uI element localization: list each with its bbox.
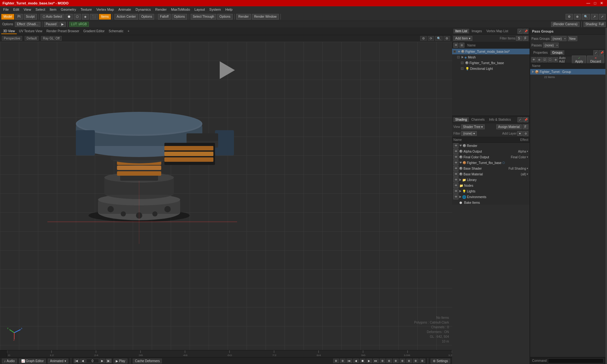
menu-maxtomodo[interactable]: MaxToModo bbox=[169, 7, 192, 12]
graph-editor-btn[interactable]: 📈 Graph Editor bbox=[19, 359, 46, 363]
play-button-overlay[interactable] bbox=[217, 61, 236, 80]
toolbar-icon-2[interactable]: ⬡ bbox=[74, 14, 81, 20]
menu-render[interactable]: Render bbox=[153, 7, 169, 12]
tab-uv[interactable]: UV Texture View bbox=[17, 29, 44, 34]
falloff-btn[interactable]: Falloff bbox=[158, 14, 171, 20]
add-layer-arrow-btn[interactable]: ▾ bbox=[517, 131, 523, 136]
shading-alpha-output[interactable]: 👁 Alpha Output Alpha ▾ bbox=[452, 149, 530, 154]
tab-info-stats[interactable]: Info & Statistics bbox=[487, 117, 513, 122]
shading-full-btn[interactable]: Shading: Full bbox=[584, 22, 606, 27]
groups-icon-1[interactable]: 👁 bbox=[531, 57, 536, 62]
shader-tree-dropdown[interactable]: Shader Tree ▾ bbox=[461, 124, 485, 129]
pass-groups-dropdown[interactable]: (none) bbox=[551, 36, 567, 41]
menu-animate[interactable]: Animate bbox=[116, 7, 133, 12]
passes-dropdown[interactable]: (none) bbox=[543, 43, 559, 48]
groups-icon-3[interactable]: ☑ bbox=[543, 57, 547, 62]
default-btn[interactable]: Default bbox=[25, 36, 39, 41]
toolbar-right-4[interactable]: ↗ bbox=[591, 14, 598, 20]
shading-final-color[interactable]: 👁 Final Color Output Final Color ▾ bbox=[452, 154, 530, 160]
action-center-btn[interactable]: Action Center bbox=[114, 14, 138, 20]
shading-vis-nodes[interactable]: 👁 bbox=[453, 183, 458, 188]
raygl-btn[interactable]: Ray GL: Off bbox=[41, 36, 62, 41]
tab-gradient[interactable]: Gradient Editor bbox=[82, 29, 107, 34]
discard-btn[interactable]: ✕ Discard bbox=[587, 56, 604, 64]
command-input[interactable] bbox=[548, 358, 604, 363]
groups-icon-4[interactable]: ☐ bbox=[548, 57, 553, 62]
transport-next[interactable]: ▶ bbox=[100, 359, 105, 363]
render-camera-btn[interactable]: (Render Camera) bbox=[551, 22, 579, 27]
render-window-btn[interactable]: Render Window bbox=[252, 14, 279, 20]
shading-expand-btn[interactable]: ⤢ bbox=[518, 117, 523, 122]
vp-settings-btn[interactable]: ⚙ bbox=[444, 36, 450, 41]
timeline-track[interactable]: 0 12 24 36 48 60 72 bbox=[7, 350, 452, 357]
toolbar-right-5[interactable]: ⤢ bbox=[599, 14, 606, 20]
bb-icon-13[interactable]: ⊕ bbox=[413, 359, 419, 363]
auto-select-btn[interactable]: ⬡ Auto Select bbox=[40, 14, 64, 20]
options1-btn[interactable]: Options bbox=[139, 14, 154, 20]
il-expand-btn[interactable]: ⤢ bbox=[518, 29, 523, 34]
mode-sculpt-btn[interactable]: Sculpt bbox=[24, 14, 37, 20]
bb-icon-4[interactable]: ◀ bbox=[353, 359, 359, 363]
tab-item-list[interactable]: Item List bbox=[453, 29, 469, 33]
group-fighter-turret[interactable]: 📦 Fighter_Turret : Group bbox=[530, 69, 605, 75]
toolbar-icon-1[interactable]: ⬢ bbox=[65, 14, 73, 20]
close-btn[interactable]: ✕ bbox=[599, 1, 604, 5]
item-fbx-base[interactable]: Fighter_Turret_fbx_base bbox=[452, 60, 530, 66]
menu-system[interactable]: System bbox=[207, 7, 223, 12]
menu-geometry[interactable]: Geometry bbox=[59, 7, 78, 12]
item-mesh[interactable]: ◈ Mesh bbox=[452, 54, 530, 60]
3d-viewport[interactable]: No Items Polygons : Catmull-Clark Channe… bbox=[0, 42, 452, 350]
groups-icon-2[interactable]: ⊕ bbox=[537, 57, 542, 62]
tab-images[interactable]: Images bbox=[470, 29, 484, 33]
menu-view[interactable]: View bbox=[22, 7, 33, 12]
il-vis-2[interactable]: ⊞ bbox=[459, 43, 464, 48]
bb-icon-14[interactable]: ⊕ bbox=[420, 359, 425, 363]
items-btn[interactable]: Items bbox=[99, 14, 111, 20]
bb-icon-1[interactable]: ⊕ bbox=[333, 359, 339, 363]
bb-icon-3[interactable]: ⏮ bbox=[346, 359, 352, 363]
minimize-btn[interactable]: — bbox=[585, 1, 592, 5]
bb-icon-2[interactable]: ⊕ bbox=[340, 359, 346, 363]
vp-gear-btn[interactable]: ⚙ bbox=[420, 36, 427, 41]
bb-icon-12[interactable]: ⊕ bbox=[406, 359, 412, 363]
paused-btn[interactable]: Paused bbox=[44, 22, 58, 27]
tab-channels[interactable]: Channels bbox=[469, 117, 487, 122]
shading-pin-btn[interactable]: 📌 bbox=[523, 117, 528, 122]
options3-btn[interactable]: Options bbox=[217, 14, 232, 20]
menu-select[interactable]: Select bbox=[34, 7, 47, 12]
cache-deformers-btn[interactable]: Cache Deformers bbox=[133, 359, 162, 363]
shading-library[interactable]: 👁 📁 Library bbox=[452, 177, 530, 183]
bb-icon-9[interactable]: ⊕ bbox=[386, 359, 392, 363]
toolbar-right-1[interactable]: ⚙ bbox=[566, 14, 573, 20]
shading-vis-lib[interactable]: 👁 bbox=[453, 177, 458, 182]
prop-expand-btn[interactable]: ⤢ bbox=[593, 50, 598, 55]
perspective-btn[interactable]: Perspective bbox=[2, 36, 22, 41]
shading-settings-btn[interactable]: ⚙ bbox=[523, 131, 528, 136]
select-through-btn[interactable]: Select Through bbox=[191, 14, 217, 20]
transport-play[interactable]: ▶ bbox=[106, 359, 112, 363]
shading-base-material[interactable]: 👁 Base Material (all) ▾ bbox=[452, 171, 530, 177]
item-scene-root[interactable]: Fighter_Turret_modo_base.lxo* bbox=[452, 49, 530, 54]
shading-environments[interactable]: 👁 🌐 Environments bbox=[452, 194, 530, 200]
mode-pt-btn[interactable]: Pt bbox=[15, 14, 22, 20]
item-light[interactable]: 💡 Directional Light bbox=[452, 66, 530, 71]
play-btn[interactable]: ▶ Play bbox=[113, 359, 127, 363]
vp-reset-btn[interactable]: ⟳ bbox=[428, 36, 434, 41]
options2-btn[interactable]: Options bbox=[172, 14, 187, 20]
prop-pin-btn[interactable]: 📌 bbox=[599, 50, 604, 55]
shading-vis-lights[interactable]: 👁 bbox=[453, 189, 458, 194]
shading-vis-render[interactable]: 👁 bbox=[453, 143, 458, 148]
bb-icon-8[interactable]: ⊕ bbox=[380, 359, 385, 363]
tab-vertex-map[interactable]: Vertex Map List bbox=[485, 29, 510, 33]
il-pin-btn[interactable]: 📌 bbox=[523, 29, 528, 34]
bb-icon-6[interactable]: ▶ bbox=[366, 359, 372, 363]
shading-base-shader[interactable]: 👁 Base Shader Full Shading ▾ bbox=[452, 166, 530, 171]
bb-icon-10[interactable]: ⊕ bbox=[393, 359, 399, 363]
shading-vis-fbx[interactable]: 👁 bbox=[453, 160, 458, 165]
bb-icon-7[interactable]: ⏭ bbox=[373, 359, 379, 363]
menu-dynamics[interactable]: Dynamics bbox=[134, 7, 153, 12]
tab-properties[interactable]: Properties bbox=[531, 50, 550, 55]
shading-nodes[interactable]: 👁 📁 Nodes bbox=[452, 183, 530, 188]
menu-item[interactable]: Item bbox=[48, 7, 58, 12]
menu-texture[interactable]: Texture bbox=[79, 7, 94, 12]
